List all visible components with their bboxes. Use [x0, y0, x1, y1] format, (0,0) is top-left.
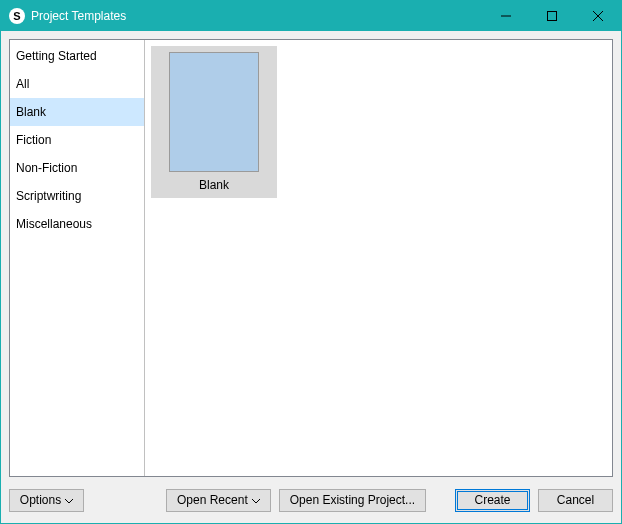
- client-area: Getting Started All Blank Fiction Non-Fi…: [1, 31, 621, 523]
- sidebar-item-getting-started[interactable]: Getting Started: [10, 42, 144, 70]
- open-existing-label: Open Existing Project...: [290, 493, 415, 507]
- sidebar-item-label: Fiction: [16, 133, 51, 147]
- minimize-button[interactable]: [483, 1, 529, 31]
- sidebar-item-label: Getting Started: [16, 49, 97, 63]
- main-panel: Getting Started All Blank Fiction Non-Fi…: [9, 39, 613, 477]
- close-button[interactable]: [575, 1, 621, 31]
- template-thumb: [169, 52, 259, 172]
- open-recent-label: Open Recent: [177, 493, 248, 507]
- open-recent-button[interactable]: Open Recent: [166, 489, 271, 512]
- create-label: Create: [474, 493, 510, 507]
- close-icon: [593, 11, 603, 21]
- template-item-blank[interactable]: Blank: [151, 46, 277, 198]
- template-label: Blank: [157, 178, 271, 192]
- cancel-label: Cancel: [557, 493, 594, 507]
- sidebar-item-label: Blank: [16, 105, 46, 119]
- app-icon: S: [9, 8, 25, 24]
- options-button[interactable]: Options: [9, 489, 84, 512]
- template-gallery: Blank: [145, 40, 612, 476]
- sidebar-item-blank[interactable]: Blank: [10, 98, 144, 126]
- sidebar-item-miscellaneous[interactable]: Miscellaneous: [10, 210, 144, 238]
- create-button[interactable]: Create: [455, 489, 530, 512]
- options-label: Options: [20, 493, 61, 507]
- app-icon-letter: S: [13, 10, 20, 22]
- sidebar-item-scriptwriting[interactable]: Scriptwriting: [10, 182, 144, 210]
- sidebar-item-label: All: [16, 77, 29, 91]
- sidebar-item-all[interactable]: All: [10, 70, 144, 98]
- sidebar-item-label: Miscellaneous: [16, 217, 92, 231]
- open-existing-project-button[interactable]: Open Existing Project...: [279, 489, 426, 512]
- window-title: Project Templates: [31, 9, 126, 23]
- window: S Project Templates Getting Started: [0, 0, 622, 524]
- svg-rect-0: [548, 12, 557, 21]
- titlebar[interactable]: S Project Templates: [1, 1, 621, 31]
- button-bar: Options Open Recent Open Existing Projec…: [9, 485, 613, 515]
- maximize-button[interactable]: [529, 1, 575, 31]
- minimize-icon: [501, 11, 511, 21]
- sidebar-item-non-fiction[interactable]: Non-Fiction: [10, 154, 144, 182]
- sidebar-item-label: Scriptwriting: [16, 189, 81, 203]
- maximize-icon: [547, 11, 557, 21]
- sidebar-item-label: Non-Fiction: [16, 161, 77, 175]
- chevron-down-icon: [252, 493, 260, 507]
- sidebar: Getting Started All Blank Fiction Non-Fi…: [10, 40, 145, 476]
- chevron-down-icon: [65, 493, 73, 507]
- sidebar-item-fiction[interactable]: Fiction: [10, 126, 144, 154]
- cancel-button[interactable]: Cancel: [538, 489, 613, 512]
